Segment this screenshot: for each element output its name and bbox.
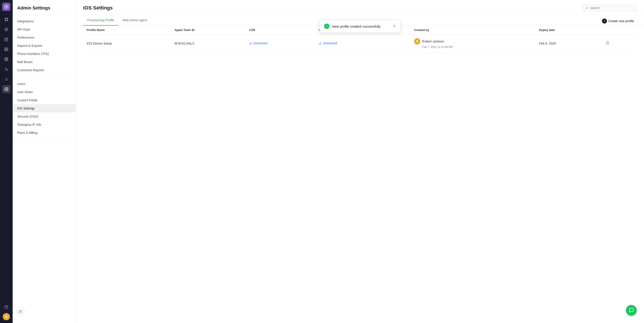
svg-rect-12 — [5, 60, 6, 61]
cell-expiry-date: Feb 6, 2025 — [536, 35, 601, 53]
col-actions — [601, 26, 637, 35]
main-content: iOS Settings ✓ New profile created succe… — [76, 0, 644, 323]
svg-rect-0 — [5, 18, 6, 19]
svg-rect-11 — [7, 58, 8, 59]
toast-close-button[interactable]: ✕ — [393, 25, 396, 28]
search-icon — [586, 6, 588, 10]
icon-rail: R — [0, 0, 13, 323]
help-icon — [18, 310, 22, 313]
sidebar-section-1: Integrations API Keys Preferences Import… — [13, 15, 76, 76]
sidebar-item-integrations[interactable]: Integrations — [13, 17, 76, 25]
tabs-container: Provisioning Profile Web Driver Agent — [76, 15, 151, 25]
sidebar-item-user-roles[interactable]: User Roles — [13, 88, 76, 96]
rail-help-icon[interactable] — [2, 303, 10, 311]
rail-grid-icon[interactable] — [2, 55, 10, 63]
sidebar-section-2: Users User Roles Custom Fields iOS Setti… — [13, 76, 76, 141]
svg-point-4 — [5, 28, 8, 31]
create-new-profile-button[interactable]: + Create new profile — [599, 17, 637, 25]
main-body: ✓ New profile created successfully ✕ Pro… — [76, 15, 644, 323]
download-icon-2 — [318, 42, 322, 45]
rail-edit-icon[interactable] — [2, 35, 10, 44]
col-created-by: Created by — [410, 26, 536, 35]
chat-button[interactable] — [626, 305, 637, 316]
plus-icon: + — [602, 19, 607, 24]
cell-csr: Download — [246, 35, 315, 53]
sidebar-item-plans-billing[interactable]: Plans & Billing — [13, 129, 76, 137]
table-row: iOS Device Setup 6F4CKCA4LX Download D — [83, 35, 637, 53]
svg-rect-1 — [7, 18, 8, 19]
sidebar-item-users[interactable]: Users — [13, 80, 76, 88]
svg-point-20 — [586, 7, 588, 9]
col-csr: CSR — [246, 26, 315, 35]
search-box[interactable] — [582, 5, 637, 11]
sidebar-item-customise-reports[interactable]: Customise Reports — [13, 66, 76, 74]
rail-chart-icon[interactable] — [2, 75, 10, 83]
sidebar-item-custom-fields[interactable]: Custom Fields — [13, 96, 76, 104]
trash-icon — [606, 41, 610, 45]
rail-dashboard-icon[interactable] — [2, 25, 10, 34]
search-input[interactable] — [590, 6, 634, 10]
svg-point-5 — [6, 29, 7, 30]
sidebar-item-preferences[interactable]: Preferences — [13, 34, 76, 42]
download-icon — [249, 42, 252, 45]
cell-apple-team-id: 6F4CKCA4LX — [171, 35, 246, 53]
svg-rect-2 — [5, 20, 6, 21]
cell-profile-name: iOS Device Setup — [83, 35, 171, 53]
tab-web-driver-agent[interactable]: Web Driver Agent — [118, 15, 151, 26]
sidebar: Admin Settings Integrations API Keys Pre… — [13, 0, 76, 323]
tab-provisioning-profile[interactable]: Provisioning Profile — [83, 15, 118, 26]
creator-name: Robert Jackson — [422, 40, 444, 43]
csr-download-link[interactable]: Download — [249, 41, 267, 45]
rail-user-avatar[interactable]: R — [3, 313, 10, 320]
chat-icon — [629, 308, 634, 313]
svg-rect-6 — [5, 48, 8, 51]
svg-rect-10 — [5, 58, 6, 59]
sidebar-item-testsigma-ip-info[interactable]: Testsigma IP info — [13, 121, 76, 129]
rail-settings-icon[interactable] — [2, 85, 10, 93]
sidebar-item-api-keys[interactable]: API Keys — [13, 25, 76, 34]
create-btn-label: Create new profile — [608, 19, 634, 23]
app-logo[interactable] — [2, 3, 10, 11]
delete-button[interactable] — [605, 40, 610, 47]
rail-apps-icon[interactable] — [2, 15, 10, 24]
cell-provisioning-download: Download — [315, 35, 410, 53]
sidebar-item-imports-exports[interactable]: Imports & Exports — [13, 42, 76, 50]
provisioning-download-link[interactable]: Download — [318, 41, 337, 45]
sidebar-item-phone-numbers[interactable]: Phone Numbers (TFA) — [13, 50, 76, 58]
sidebar-title: Admin Settings — [13, 0, 76, 15]
sidebar-item-mail-boxes[interactable]: Mail Boxes — [13, 58, 76, 66]
col-expiry-date: Expiry date — [536, 26, 601, 35]
col-profile-name: Profile Name — [83, 26, 171, 35]
creator-avatar: R — [414, 38, 420, 45]
toast-notification: ✓ New profile created successfully ✕ — [319, 20, 401, 33]
svg-rect-3 — [7, 20, 8, 21]
toast-success-icon: ✓ — [324, 24, 330, 29]
cell-delete — [601, 35, 637, 53]
svg-rect-13 — [7, 60, 8, 61]
main-header: iOS Settings — [76, 0, 644, 15]
help-button[interactable] — [16, 308, 24, 316]
rail-activity-icon[interactable] — [2, 65, 10, 73]
cell-created-by: R Robert Jackson Feb 7, 2024 12:41:59 PM — [410, 35, 536, 53]
col-apple-team-id: Apple Team ID — [171, 26, 246, 35]
page-title: iOS Settings — [83, 5, 113, 11]
toast-message: New profile created successfully — [332, 25, 390, 28]
creator-date: Feb 7, 2024 12:41:59 PM — [414, 46, 532, 49]
rail-list-icon[interactable] — [2, 45, 10, 53]
sidebar-item-ios-settings[interactable]: iOS Settings — [13, 104, 76, 112]
sidebar-item-security-sso[interactable]: Security (SSO) — [13, 112, 76, 121]
svg-line-21 — [588, 8, 588, 9]
svg-point-17 — [6, 89, 7, 90]
